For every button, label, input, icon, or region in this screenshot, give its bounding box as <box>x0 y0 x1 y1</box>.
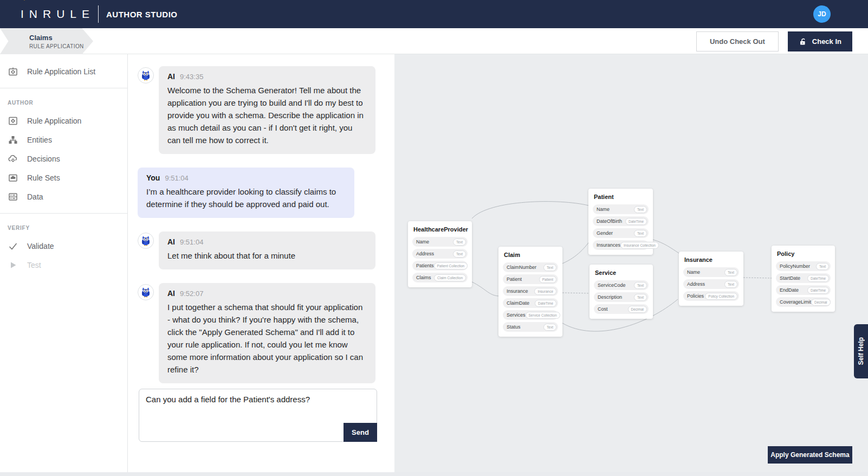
message-sender: You <box>146 173 160 182</box>
entity-card-service[interactable]: Service ServiceCodeText DescriptionText … <box>590 265 653 319</box>
entity-title: Patient <box>594 194 649 200</box>
chat-input[interactable]: Can you add a field for the Patient's ad… <box>146 395 370 421</box>
undo-checkout-button[interactable]: Undo Check Out <box>696 31 779 52</box>
sidebar-item-label: Rule Application <box>27 117 81 125</box>
sidebar: Rule Application List AUTHOR Rule Applic… <box>0 54 128 476</box>
field-type-badge: Decimal <box>628 306 647 313</box>
entity-field: GenderText <box>593 228 649 238</box>
entity-field: InsuranceInsurance <box>503 286 558 296</box>
entity-card-healthcareprovider[interactable]: HealthcareProvider NameText AddressText … <box>408 221 472 287</box>
entity-field: EndDateDateTime <box>776 285 831 295</box>
sidebar-divider <box>0 213 127 214</box>
field-type-badge: Decimal <box>811 299 830 306</box>
breadcrumb[interactable]: Claims RULE APPLICATION <box>0 28 93 54</box>
sidebar-item-data[interactable]: Data <box>0 187 127 206</box>
self-help-label: Self Help <box>857 337 865 365</box>
field-type-badge: Text <box>634 230 647 237</box>
sidebar-section-verify: VERIFY <box>0 221 127 236</box>
message-bubble: AI9:52:07 I put together a schema that s… <box>159 283 375 383</box>
entity-field: AddressText <box>412 249 468 259</box>
message-time: 9:43:35 <box>180 73 203 81</box>
field-type-badge: Patient <box>539 276 556 283</box>
sidebar-item-label: Decisions <box>27 155 60 163</box>
self-help-tab[interactable]: Self Help <box>854 324 868 378</box>
breadcrumb-title: Claims <box>29 34 93 42</box>
sidebar-item-test[interactable]: Test <box>0 255 127 274</box>
message-text: Welcome to the Schema Generator! Tell me… <box>167 84 367 146</box>
schema-generator-chat-panel: AI9:43:35 Welcome to the Schema Generato… <box>128 54 394 476</box>
chat-message-ai: AI9:51:04 Let me think about that for a … <box>138 231 394 269</box>
send-button[interactable]: Send <box>344 423 377 442</box>
entity-field: CoverageLimitDecimal <box>776 297 831 307</box>
sidebar-item-label: Data <box>27 192 43 201</box>
sidebar-section-author: AUTHOR <box>0 95 127 111</box>
field-type-badge: DateTime <box>535 300 556 307</box>
message-text: Let me think about that for a minute <box>167 249 367 262</box>
entity-title: Claim <box>504 252 558 258</box>
sidebar-item-entities[interactable]: Entities <box>0 130 127 149</box>
chat-message-ai: AI9:43:35 Welcome to the Schema Generato… <box>138 66 394 154</box>
entity-title: HealthcareProvider <box>413 226 468 233</box>
field-type-badge: Policy Collection <box>705 293 737 300</box>
sidebar-item-rule-application-list[interactable]: Rule Application List <box>0 62 127 81</box>
field-type-badge: Text <box>634 282 647 289</box>
message-text: I put together a schema that should fit … <box>167 301 367 376</box>
entity-field: ClaimsClaim Collection <box>412 273 468 282</box>
entity-field: ServicesService Collection <box>503 310 558 320</box>
sidebar-item-rule-sets[interactable]: Rule Sets <box>0 168 127 187</box>
message-time: 9:52:07 <box>180 290 203 298</box>
entity-field: ServiceCodeText <box>594 280 649 290</box>
breadcrumb-subtitle: RULE APPLICATION <box>29 43 93 49</box>
field-type-badge: DateTime <box>625 218 647 225</box>
entity-card-insurance[interactable]: Insurance NameText AddressText PoliciesP… <box>679 252 743 306</box>
sidebar-item-label: Test <box>27 261 41 269</box>
entity-field: AddressText <box>683 279 739 289</box>
entity-field: NameText <box>412 237 468 247</box>
entity-field: InsurancesInsurance Collection <box>593 240 649 250</box>
entity-card-patient[interactable]: Patient NameText DateOfBirthDateTime Gen… <box>588 189 653 255</box>
ai-owl-avatar <box>138 284 154 300</box>
field-type-badge: Insurance Collection <box>620 242 659 249</box>
entity-field: PoliciesPolicy Collection <box>683 291 739 301</box>
check-in-button[interactable]: Check In <box>788 31 852 52</box>
entity-field: StatusText <box>503 322 558 332</box>
message-sender: AI <box>167 289 175 298</box>
message-sender: AI <box>167 237 175 246</box>
field-type-badge: DateTime <box>807 287 829 294</box>
chat-input-container: Can you add a field for the Patient's ad… <box>139 389 377 442</box>
entity-card-policy[interactable]: Policy PolicyNumberText StartDateDateTim… <box>772 246 835 312</box>
ai-owl-avatar <box>138 233 154 249</box>
top-navbar: INRULE AUTHOR STUDIO JD <box>0 0 868 28</box>
entity-field: ClaimNumberText <box>503 262 558 272</box>
bottom-scrollbar-strip[interactable] <box>0 472 868 476</box>
entity-title: Policy <box>777 250 831 257</box>
entity-field: DateOfBirthDateTime <box>593 216 649 226</box>
apply-generated-schema-button[interactable]: Apply Generated Schema <box>768 446 852 464</box>
logo-divider <box>98 5 99 23</box>
chat-message-ai: AI9:52:07 I put together a schema that s… <box>138 283 394 383</box>
entity-field: NameText <box>683 267 739 277</box>
sidebar-item-validate[interactable]: Validate <box>0 236 127 255</box>
sidebar-item-label: Rule Application List <box>27 67 95 76</box>
entity-card-claim[interactable]: Claim ClaimNumberText PatientPatient Ins… <box>498 247 562 337</box>
field-type-badge: Text <box>453 250 466 258</box>
sidebar-divider <box>0 88 127 88</box>
entity-field: PatientsPatient Collection <box>412 261 468 271</box>
ai-owl-avatar <box>138 67 154 83</box>
schema-diagram-canvas[interactable]: HealthcareProvider NameText AddressText … <box>394 54 868 476</box>
sidebar-item-decisions[interactable]: Decisions <box>0 149 127 168</box>
field-type-badge: DateTime <box>807 275 829 282</box>
user-avatar[interactable]: JD <box>813 5 831 23</box>
message-sender: AI <box>167 72 175 81</box>
entity-title: Insurance <box>684 256 739 263</box>
field-type-badge: Claim Collection <box>434 274 466 281</box>
check-in-label: Check In <box>812 37 841 46</box>
breadcrumb-bar: Claims RULE APPLICATION Undo Check Out C… <box>0 28 868 54</box>
sidebar-item-rule-application[interactable]: Rule Application <box>0 111 127 130</box>
message-text: I’m a healthcare provider looking to cla… <box>146 185 346 210</box>
entity-field: PatientPatient <box>503 274 558 284</box>
sidebar-item-label: Validate <box>27 242 54 250</box>
field-type-badge: Patient Collection <box>434 262 468 269</box>
validate-check-icon <box>8 241 18 252</box>
entity-field: PolicyNumberText <box>776 261 831 271</box>
